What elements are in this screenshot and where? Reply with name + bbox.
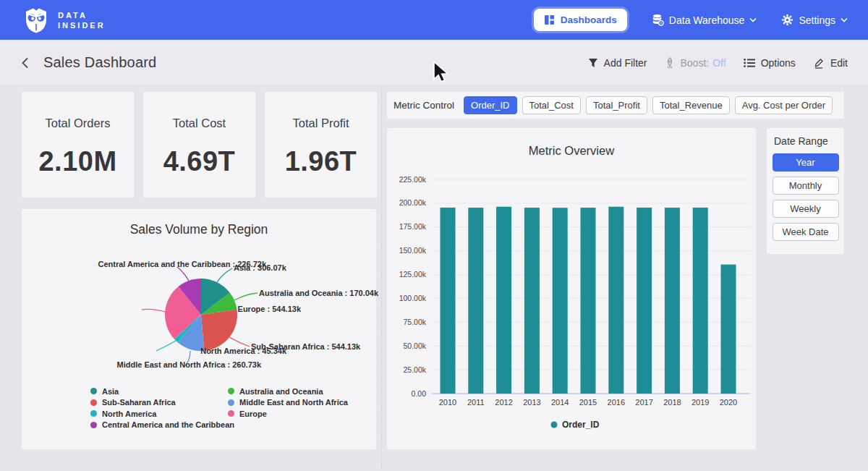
edit-pencil-icon — [813, 57, 825, 69]
pie-leader-line — [142, 309, 165, 312]
bar-chart: 225.00k200.00k175.00k150.00k125.00k100.0… — [387, 128, 756, 449]
pie-label-australia-and-oceania: Australia and Oceania : 170.04k — [259, 288, 378, 298]
metric-control-bar: Metric Control Order_IDTotal_CostTotal_P… — [387, 92, 844, 119]
y-tick-label: 175.00k — [399, 222, 427, 231]
date-range-label: Date Range — [774, 135, 839, 147]
gear-icon — [781, 14, 793, 26]
dashboards-button[interactable]: Dashboards — [534, 9, 627, 31]
legend-dot — [228, 388, 234, 394]
date-range-option-monthly[interactable]: Monthly — [773, 177, 839, 195]
legend-dot — [90, 388, 97, 394]
brand[interactable]: DATA INSIDER — [22, 7, 106, 33]
boost-toggle[interactable]: Boost: Off — [665, 57, 726, 69]
y-tick-label: 0.00 — [412, 389, 427, 398]
y-tick-label: 225.00k — [399, 175, 427, 184]
x-tick-label: 2020 — [720, 398, 737, 407]
legend-label: Europe — [239, 410, 267, 418]
x-tick-label: 2016 — [608, 398, 625, 407]
pie-label-middle-east-and-north-africa: Middle East and North Africa : 260.73k — [117, 360, 261, 370]
bar-2014[interactable] — [553, 208, 568, 394]
legend-dot — [90, 422, 97, 428]
y-tick-label: 100.00k — [399, 294, 427, 302]
kpi-value: 4.69T — [163, 146, 236, 177]
y-tick-label: 150.00k — [399, 246, 427, 255]
brand-line2: INSIDER — [58, 20, 106, 30]
data-warehouse-menu[interactable]: Data Warehouse — [652, 14, 757, 26]
bar-2012[interactable] — [496, 207, 511, 394]
owl-logo-icon — [22, 7, 51, 33]
add-filter-label: Add Filter — [604, 57, 647, 69]
back-icon[interactable] — [20, 56, 30, 69]
legend-label: Central America and the Caribbean — [102, 420, 234, 429]
x-tick-label: 2014 — [551, 398, 569, 407]
bar-2013[interactable] — [524, 208, 540, 394]
bar-chart-panel: Metric Overview 225.00k200.00k175.00k150… — [387, 128, 756, 449]
legend-item-central-america-and-the-caribbean[interactable]: Central America and the Caribbean — [90, 420, 228, 431]
options-button[interactable]: Options — [744, 57, 796, 69]
date-range-buttons: YearMonthlyWeeklyWeek Date — [772, 153, 839, 241]
boost-label: Boost: — [681, 57, 710, 69]
bar-2011[interactable] — [468, 208, 483, 394]
metric-control-label: Metric Control — [393, 100, 454, 111]
legend-item-australia-and-oceania[interactable]: Australia and Oceania — [228, 386, 348, 397]
metric-option-total-revenue[interactable]: Total_Revenue — [652, 96, 730, 114]
pie-leader-line — [234, 293, 258, 300]
x-tick-label: 2011 — [467, 398, 485, 407]
metric-option-total-profit[interactable]: Total_Profit — [586, 96, 647, 114]
pie-leader-line — [156, 341, 176, 351]
pie-label-central-america-and-the-caribbean: Central America and the Caribbean : 226.… — [98, 259, 266, 269]
metric-option-order-id[interactable]: Order_ID — [464, 96, 516, 114]
brand-text: DATA INSIDER — [58, 10, 106, 30]
date-range-option-year[interactable]: Year — [773, 153, 839, 171]
pie-label-north-america: North America : 45.34k — [200, 346, 286, 356]
kpi-value: 1.96T — [285, 146, 357, 177]
kpi-label: Total Cost — [173, 116, 226, 130]
bar-2020[interactable] — [721, 265, 736, 394]
x-tick-label: 2013 — [523, 398, 540, 407]
legend-label: Sub-Saharan Africa — [102, 398, 176, 407]
navbar: DATA INSIDER Dashboards Data Warehouse — [0, 0, 868, 40]
pie-legend: AsiaSub-Saharan AfricaNorth AmericaCentr… — [90, 386, 348, 430]
kpi-card-total-profit: Total Profit 1.96T — [265, 92, 377, 198]
edit-button[interactable]: Edit — [813, 57, 848, 69]
database-icon — [652, 14, 664, 26]
legend-dot — [228, 399, 234, 406]
x-tick-label: 2015 — [579, 398, 597, 407]
bar-2019[interactable] — [693, 208, 708, 394]
kpi-label: Total Orders — [46, 116, 111, 130]
boost-value: Off — [712, 57, 726, 69]
dashboard-header: Sales Dashboard Add Filter Boost: Off Op — [0, 40, 868, 86]
date-range-panel: Date Range YearMonthlyWeeklyWeek Date — [767, 128, 844, 254]
column-divider — [381, 88, 382, 469]
date-range-option-week-date[interactable]: Week Date — [773, 223, 839, 241]
legend-item-asia[interactable]: Asia — [90, 386, 228, 397]
legend-item-north-america[interactable]: North America — [90, 408, 228, 420]
date-range-option-weekly[interactable]: Weekly — [773, 200, 839, 218]
legend-label: Asia — [102, 387, 119, 396]
kpi-value: 2.10M — [38, 146, 116, 177]
bar-legend-label[interactable]: Order_ID — [562, 420, 600, 430]
pie-slice-sub-saharan-africa[interactable] — [201, 310, 237, 351]
bar-2017[interactable] — [637, 208, 652, 394]
bar-2016[interactable] — [608, 207, 624, 394]
dashboard-icon — [544, 14, 555, 25]
bar-2010[interactable] — [441, 208, 456, 394]
dashboards-label: Dashboards — [561, 14, 617, 25]
pie-label-europe: Europe : 544.13k — [238, 304, 301, 314]
settings-menu[interactable]: Settings — [781, 14, 848, 26]
legend-label: North America — [102, 410, 156, 418]
metric-option-avg-cost-per-order[interactable]: Avg. Cost per Order — [735, 96, 833, 114]
metric-option-total-cost[interactable]: Total_Cost — [522, 96, 581, 114]
data-warehouse-label: Data Warehouse — [669, 14, 745, 26]
chevron-down-icon — [749, 17, 757, 22]
x-tick-label: 2012 — [495, 398, 512, 407]
bar-legend-dot — [551, 422, 558, 428]
bar-2015[interactable] — [581, 208, 596, 394]
legend-item-sub-saharan-africa[interactable]: Sub-Saharan Africa — [90, 397, 228, 409]
legend-item-middle-east-and-north-africa[interactable]: Middle East and North Africa — [228, 397, 348, 409]
add-filter-button[interactable]: Add Filter — [588, 57, 647, 69]
kpi-label: Total Profit — [293, 116, 349, 130]
legend-item-europe[interactable]: Europe — [228, 408, 348, 420]
bar-2018[interactable] — [665, 208, 680, 394]
x-tick-label: 2010 — [439, 398, 456, 407]
